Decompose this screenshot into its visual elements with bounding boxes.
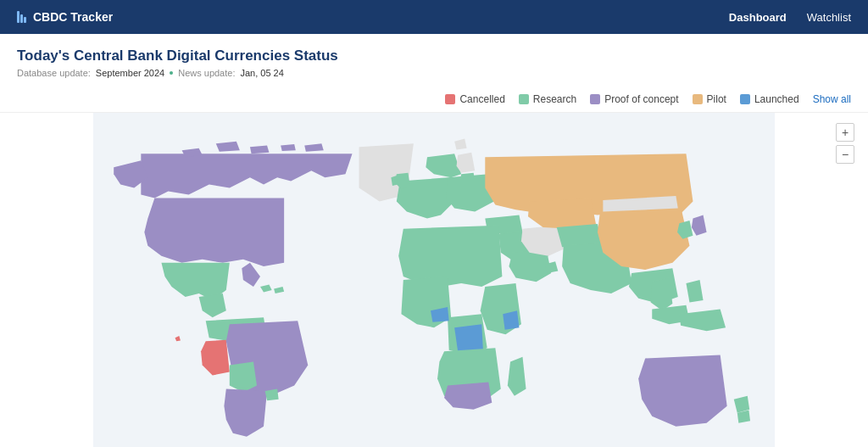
launched-label: Launched [754, 93, 799, 105]
logo-bar-2 [20, 14, 23, 23]
page-header: Today's Central Bank Digital Currencies … [0, 34, 868, 87]
news-update-value: Jan, 05 24 [240, 68, 283, 78]
research-label: Research [533, 93, 576, 105]
db-update-label: Database update: [17, 68, 91, 78]
cancelled-dot [445, 94, 455, 104]
pilot-label: Pilot [707, 93, 726, 105]
legend-bar: Cancelled Research Proof of concept Pilo… [0, 87, 868, 113]
legend-proof-of-concept[interactable]: Proof of concept [590, 93, 678, 105]
news-update-label: News update: [178, 68, 235, 78]
proof-label: Proof of concept [604, 93, 678, 105]
usa[interactable] [144, 198, 284, 265]
logo-bar-1 [17, 11, 19, 23]
launched-dot [740, 94, 750, 104]
db-update-value: September 2024 [96, 68, 164, 78]
logo: CBDC Tracker [17, 10, 113, 24]
legend-pilot[interactable]: Pilot [693, 93, 726, 105]
drc[interactable] [454, 324, 483, 351]
main-nav: Dashboard Watchlist [729, 11, 851, 24]
app-header: CBDC Tracker Dashboard Watchlist [0, 0, 868, 34]
proof-dot [590, 94, 600, 104]
page-title: Today's Central Bank Digital Currencies … [17, 47, 851, 64]
legend-launched[interactable]: Launched [740, 93, 799, 105]
zoom-out-button[interactable]: − [836, 145, 854, 164]
world-map-container: + − [0, 113, 868, 447]
separator-dot [170, 71, 173, 75]
logo-bar-3 [24, 17, 26, 23]
north-africa[interactable] [398, 226, 502, 287]
logo-text: CBDC Tracker [33, 10, 113, 24]
show-all-link[interactable]: Show all [813, 93, 851, 105]
kenya[interactable] [503, 310, 519, 330]
pilot-dot [693, 94, 703, 104]
logo-icon [17, 11, 26, 23]
nav-dashboard[interactable]: Dashboard [729, 11, 787, 24]
nav-watchlist[interactable]: Watchlist [807, 11, 851, 24]
zoom-in-button[interactable]: + [836, 123, 854, 142]
legend-research[interactable]: Research [519, 93, 576, 105]
legend-cancelled[interactable]: Cancelled [445, 93, 504, 105]
zoom-controls: + − [836, 123, 854, 164]
world-map-svg [0, 113, 868, 447]
update-info: Database update: September 2024 News upd… [17, 68, 851, 78]
research-dot [519, 94, 529, 104]
cancelled-label: Cancelled [459, 93, 504, 105]
